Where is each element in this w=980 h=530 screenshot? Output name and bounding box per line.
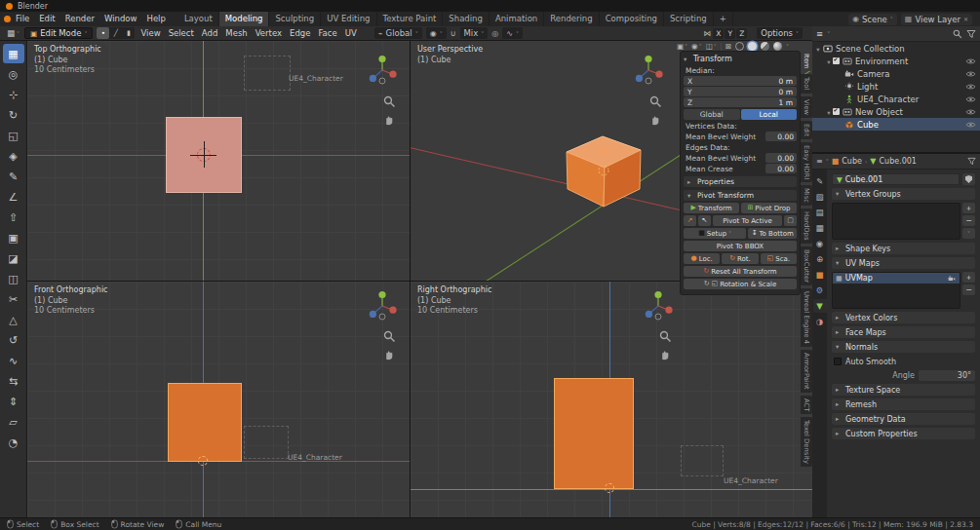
options-dropdown[interactable]: Options ˅: [757, 27, 803, 39]
outliner-row[interactable]: New Object: [812, 105, 980, 118]
property-value-field[interactable]: 0.00: [765, 153, 797, 163]
properties-tab[interactable]: [813, 252, 827, 266]
shading-rendered-icon[interactable]: [773, 42, 782, 51]
median-axis-field[interactable]: Y 0 m: [684, 87, 797, 96]
space-toggle-button[interactable]: Global: [684, 109, 740, 120]
n-panel-tab[interactable]: Misc: [801, 185, 812, 206]
pivot-arrow-button[interactable]: ↗: [684, 215, 696, 226]
tool-button[interactable]: [3, 330, 24, 350]
breadcrumb-data[interactable]: Cube.001: [879, 157, 916, 166]
section-uv-maps[interactable]: UV Maps: [832, 257, 975, 269]
properties-tab[interactable]: [813, 284, 827, 297]
pan-hand-icon[interactable]: [383, 348, 396, 360]
properties-tab[interactable]: [813, 237, 827, 250]
fake-user-button[interactable]: [962, 173, 975, 185]
property-value-field[interactable]: 0.00: [765, 132, 797, 141]
properties-tab[interactable]: [813, 268, 827, 282]
pivot-cursor-button[interactable]: ↖: [698, 215, 711, 226]
loc-button[interactable]: ●Loc.: [684, 253, 720, 264]
pan-hand-icon[interactable]: [659, 348, 672, 360]
xray-toggle-icon[interactable]: ⊠: [725, 42, 731, 51]
section-face-maps[interactable]: Face Maps: [832, 326, 975, 338]
outliner-row[interactable]: Environment: [812, 55, 980, 67]
tool-button[interactable]: [3, 85, 24, 104]
zoom-icon[interactable]: [649, 95, 662, 108]
shading-solid-icon[interactable]: [748, 42, 757, 51]
shading-wireframe-icon[interactable]: [735, 42, 744, 51]
tool-button[interactable]: [3, 248, 24, 268]
n-panel-tab[interactable]: Texel Density: [801, 417, 812, 467]
workspace-tab[interactable]: Layout: [178, 12, 219, 26]
n-panel-tab[interactable]: HardOps: [801, 208, 812, 243]
workspace-tab[interactable]: Compositing: [600, 12, 664, 26]
n-panel-tab[interactable]: Tool: [801, 74, 812, 93]
menu-item[interactable]: File: [11, 12, 34, 26]
n-panel-tab[interactable]: Item: [801, 51, 812, 71]
property-value-field[interactable]: 0.00: [765, 164, 797, 173]
navigation-gizmo[interactable]: [631, 53, 666, 88]
rot-button[interactable]: ↻Rot.: [722, 253, 758, 264]
viewport-top-left[interactable]: UE4_Character Top Orthographic (1) Cube …: [27, 41, 410, 281]
edge-select-mode-icon[interactable]: ╱: [109, 27, 122, 39]
header-menu-item[interactable]: Face: [314, 28, 340, 38]
tool-button[interactable]: [3, 310, 24, 329]
workspace-tab[interactable]: Sculpting: [269, 12, 321, 26]
header-menu-item[interactable]: Edge: [286, 28, 314, 38]
reset-all-transform-button[interactable]: ↻Reset All Transform: [684, 266, 797, 277]
tool-button[interactable]: [3, 412, 24, 432]
remove-vertex-group-button[interactable]: −: [962, 215, 975, 226]
falloff-dropdown[interactable]: ∿˅: [502, 27, 523, 39]
n-panel-tab[interactable]: View: [801, 96, 812, 118]
search-icon[interactable]: [953, 29, 962, 39]
navigation-gizmo[interactable]: [641, 288, 676, 323]
tool-button[interactable]: [3, 269, 24, 288]
zoom-icon[interactable]: [383, 330, 396, 343]
pivot-transform-section-header[interactable]: Pivot Transform: [684, 190, 797, 201]
properties-tab[interactable]: [813, 174, 827, 188]
outliner-row[interactable]: UE4_Character: [812, 93, 980, 105]
section-texture-space[interactable]: Texture Space: [832, 384, 975, 396]
eye-visibility-icon[interactable]: [965, 121, 976, 129]
sca-button[interactable]: ◱Sca.: [761, 253, 797, 264]
workspace-tab[interactable]: Texture Paint: [377, 12, 444, 26]
pivot-to-active-button[interactable]: Pivot To Active: [713, 215, 782, 226]
viewport-bottom-right[interactable]: UE4_Character Right Orthographic (1) Cub…: [411, 282, 812, 517]
properties-tab[interactable]: [813, 315, 827, 328]
workspace-tab[interactable]: Rendering: [544, 12, 599, 26]
shading-dropdown[interactable]: ˅: [786, 43, 789, 50]
editor-type-selector[interactable]: ▦˅: [4, 28, 22, 38]
add-uv-map-button[interactable]: ＋: [962, 272, 975, 283]
shading-material-icon[interactable]: [761, 42, 769, 51]
add-vertex-group-button[interactable]: ＋: [962, 203, 975, 213]
workspace-tab[interactable]: Scripting: [664, 12, 714, 26]
n-panel-tab[interactable]: Edit: [801, 121, 812, 139]
expand-caret-icon[interactable]: [825, 57, 833, 66]
cube-right-face[interactable]: [554, 378, 634, 489]
collection-checkbox[interactable]: [833, 57, 840, 64]
tool-button[interactable]: [3, 167, 24, 186]
workspace-tab[interactable]: Animation: [490, 12, 544, 26]
face-select-mode-icon[interactable]: ▮: [122, 27, 135, 39]
auto-smooth-checkbox[interactable]: [834, 358, 842, 365]
navigation-gizmo[interactable]: [365, 288, 400, 323]
properties-tab[interactable]: [813, 221, 827, 235]
eye-visibility-icon[interactable]: [965, 83, 976, 91]
median-axis-field[interactable]: Z 1 m: [684, 97, 797, 107]
outliner-row[interactable]: Cube: [812, 118, 980, 131]
cube-mesh[interactable]: [559, 125, 651, 212]
pan-hand-icon[interactable]: [383, 113, 396, 126]
uv-map-item[interactable]: ▦ UVMap: [833, 273, 960, 284]
tool-button[interactable]: [3, 228, 24, 247]
outliner-row[interactable]: Light: [812, 80, 980, 93]
eye-visibility-icon[interactable]: [965, 57, 976, 65]
vertex-select-mode-icon[interactable]: ∙: [97, 27, 109, 39]
tool-button[interactable]: [3, 371, 24, 391]
outliner-editor-icon[interactable]: ≡: [816, 29, 823, 39]
space-toggle-button[interactable]: Local: [741, 109, 798, 120]
tool-button[interactable]: [3, 64, 24, 84]
mirror-axis-button[interactable]: Z: [736, 28, 747, 39]
properties-tab[interactable]: [813, 299, 827, 313]
pivot-drop-button[interactable]: ⊞Pivot Drop: [741, 203, 797, 213]
mesh-name-field[interactable]: ▼ Cube.001: [832, 173, 960, 185]
view-layer-selector[interactable]: ▦ View Layer ✕: [901, 14, 972, 25]
